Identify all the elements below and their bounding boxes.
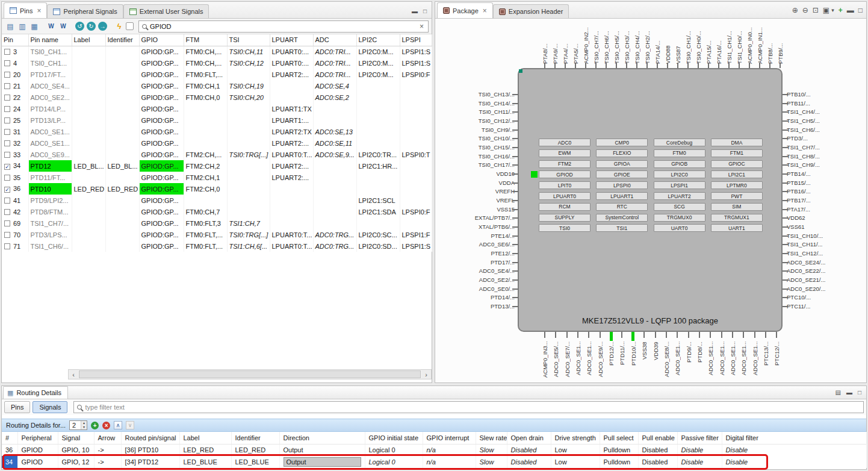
package-pin-label-bottom[interactable]: ADC0_SE1... (728, 342, 737, 378)
minimize-icon[interactable]: ▬ (847, 6, 854, 14)
package-pin-label-left[interactable]: PTD17/... (436, 259, 515, 266)
package-pin-label-top[interactable]: PTA4/... (561, 20, 570, 64)
pin-checkbox[interactable] (4, 95, 10, 101)
column-header-[interactable]: # (2, 432, 17, 444)
column-header-direction[interactable]: Direction (279, 432, 365, 444)
pin-checkbox[interactable] (4, 117, 10, 123)
package-pin-label-right[interactable]: PTC10/... (787, 294, 866, 301)
package-pin-label-bottom[interactable]: ADC0_SE7/... (563, 342, 572, 378)
package-pin-label-bottom[interactable]: ADC0_SE1... (706, 342, 715, 378)
export-dropdown-icon[interactable]: ▾ (831, 7, 834, 13)
peripheral-block-ewm[interactable]: EWM (539, 149, 591, 157)
package-pin-label-right[interactable]: TSI1_CH5/... (787, 117, 866, 125)
horizontal-scrollbar[interactable]: ‹ › (68, 369, 432, 379)
package-pin-label-left[interactable]: TSI0_CH17/... (436, 161, 515, 169)
peripheral-block-sim[interactable]: SIM (711, 203, 763, 211)
routing-row-36[interactable]: 36GPIODGPIO, 10->[36] PTD10LED_REDLED_RE… (2, 444, 866, 456)
package-pin-label-top[interactable]: PTA16/... (715, 20, 724, 64)
export-table-icon[interactable]: ▤ (5, 21, 16, 32)
package-pin-label-left[interactable]: TSI0_CH16/... (436, 153, 515, 160)
peripheral-block-lpuart2[interactable]: LPUART2 (654, 192, 705, 200)
column-header-pull-enable[interactable]: Pull enable (638, 432, 677, 444)
update-code-icon[interactable]: ϟ (114, 21, 125, 32)
peripheral-block-lpuart0[interactable]: LPUART0 (539, 192, 591, 200)
package-pin-label-right[interactable]: PTB15/... (787, 179, 866, 187)
peripheral-block-uart0[interactable]: UART0 (654, 224, 705, 232)
spin-down-icon[interactable]: ▾ (81, 425, 87, 429)
go-to-icon[interactable]: → (98, 22, 107, 31)
pins-filter[interactable]: GPIOD × (138, 20, 429, 33)
minimize-icon[interactable]: ▬ (846, 389, 852, 396)
pin-checkbox[interactable]: ✓ (4, 187, 10, 193)
maximize-icon[interactable]: □ (858, 389, 861, 396)
pin-checkbox[interactable] (4, 152, 10, 158)
close-icon[interactable]: × (37, 7, 41, 15)
pin-checkbox[interactable] (4, 232, 10, 238)
package-pin-label-left[interactable]: TSI0_CH15/... (436, 144, 515, 151)
package-pin-label-bottom[interactable]: PTC13/... (761, 342, 770, 378)
pin-row-22[interactable]: 22ADC0_SE2...GPIOD:GP...FTM0:CH,0TSI0:CH… (2, 92, 432, 103)
peripheral-block-ftm2[interactable]: FTM2 (539, 160, 591, 168)
pin-row-31[interactable]: 31ADC0_SE1...GPIOD:GP...LPUART2:TXADC0:S… (2, 126, 432, 137)
peripheral-block-uart1[interactable]: UART1 (711, 224, 763, 232)
maximize-icon[interactable]: □ (858, 6, 863, 14)
pin-checkbox[interactable]: ✓ (4, 164, 10, 170)
peripheral-block-scg[interactable]: SCG (654, 203, 705, 211)
add-view-icon[interactable]: + (839, 6, 843, 14)
move-up-icon[interactable]: ∧ (114, 421, 122, 429)
route-count-spinner[interactable]: 2 ▴ ▾ (69, 420, 87, 430)
package-pin-label-right[interactable]: TSI1_CH10/... (787, 232, 866, 240)
package-pin-label-right[interactable]: TSI1_CH7/... (787, 144, 866, 151)
pin-checkbox[interactable] (4, 220, 10, 226)
peripheral-block-gpiod[interactable]: GPIOD (539, 170, 591, 178)
pin-checkbox[interactable] (4, 129, 10, 135)
package-pin-label-bottom[interactable]: PTC12/... (772, 342, 781, 378)
package-pin-label-left[interactable]: TSI0_CH13/... (436, 91, 515, 98)
package-pin-label-top[interactable]: TSI1_CH0/... (735, 20, 744, 64)
tab-pins[interactable]: Pins × (4, 2, 47, 18)
column-header-identifier[interactable]: Identifier (231, 432, 279, 444)
column-header-lpi2c[interactable]: LPI2C (356, 34, 400, 46)
column-header-gpio-initial-state[interactable]: GPIO initial state (365, 432, 423, 444)
pin-checkbox[interactable] (4, 209, 10, 215)
column-header-gpio[interactable]: GPIO (139, 34, 184, 46)
peripheral-block-rtc[interactable]: RTC (596, 203, 648, 211)
tab-expansion-header[interactable]: Expansion Header (493, 4, 569, 18)
package-pin-label-right[interactable]: TSI1_CH6/... (787, 126, 866, 134)
package-pin-label-top[interactable]: PTB8/... (766, 20, 775, 64)
peripheral-block-gpioa[interactable]: GPIOA (596, 160, 648, 168)
pins-filter-value[interactable]: GPIOD (150, 23, 415, 30)
view-menu-icon[interactable]: ▤ (835, 389, 841, 396)
peripheral-block-lpi2c0[interactable]: LPI2C0 (654, 170, 705, 178)
pin-row-3[interactable]: 3TSI0_CH1...GPIOD:GP...FTM0:CH,...TSI0:C… (2, 46, 432, 57)
peripheral-block-trgmux0[interactable]: TRGMUX0 (654, 214, 705, 222)
peripheral-block-lpit0[interactable]: LPIT0 (539, 181, 591, 189)
package-pin-label-top[interactable]: TSI0_CH2/... (643, 20, 652, 64)
routing-tab-signals[interactable]: Signals (33, 401, 67, 413)
package-pin-label-bottom[interactable]: ADC0_SE1... (574, 342, 583, 378)
package-pin-label-left[interactable]: ADC0_SE0/... (436, 285, 515, 293)
peripheral-block-lpspi0[interactable]: LPSPI0 (596, 181, 648, 189)
package-pin-label-right[interactable]: TSI1_CH11/... (787, 241, 866, 248)
scroll-left-icon[interactable]: ‹ (69, 370, 78, 379)
package-pin-label-bottom[interactable]: PTD9/... (684, 342, 693, 378)
peripheral-block-coredebug[interactable]: CoreDebug (654, 139, 705, 146)
maximize-icon[interactable]: □ (423, 8, 427, 14)
column-header-passive-filter[interactable]: Passive filter (677, 432, 722, 444)
peripheral-block-lpi2c1[interactable]: LPI2C1 (711, 170, 763, 178)
package-pin-label-right[interactable]: PTB11/... (787, 100, 866, 107)
column-header-label[interactable]: Label (179, 432, 231, 444)
add-route-icon[interactable]: + (91, 422, 99, 429)
package-pin-label-bottom[interactable]: PTD10/... (629, 342, 638, 378)
package-pin-label-bottom[interactable]: VDD39 (651, 342, 660, 378)
package-pin-label-right[interactable]: PTA17/... (787, 206, 866, 213)
pin-checkbox[interactable] (4, 140, 10, 146)
package-pin-label-left[interactable]: PTD14/... (436, 294, 515, 301)
package-pin-label-right[interactable]: ADC0_SE21/... (787, 276, 866, 284)
routing-details-view-tab[interactable]: ▦ Routing Details (3, 386, 68, 399)
package-pin-label-top[interactable]: ACMP0_IN2... (581, 20, 591, 64)
pin-checkbox[interactable] (4, 72, 10, 78)
package-pin-label-right[interactable]: PTC11/... (787, 303, 866, 310)
tab-package[interactable]: Package × (437, 2, 493, 18)
package-pin-label-top[interactable]: ACMP0_IN1... (755, 20, 764, 64)
